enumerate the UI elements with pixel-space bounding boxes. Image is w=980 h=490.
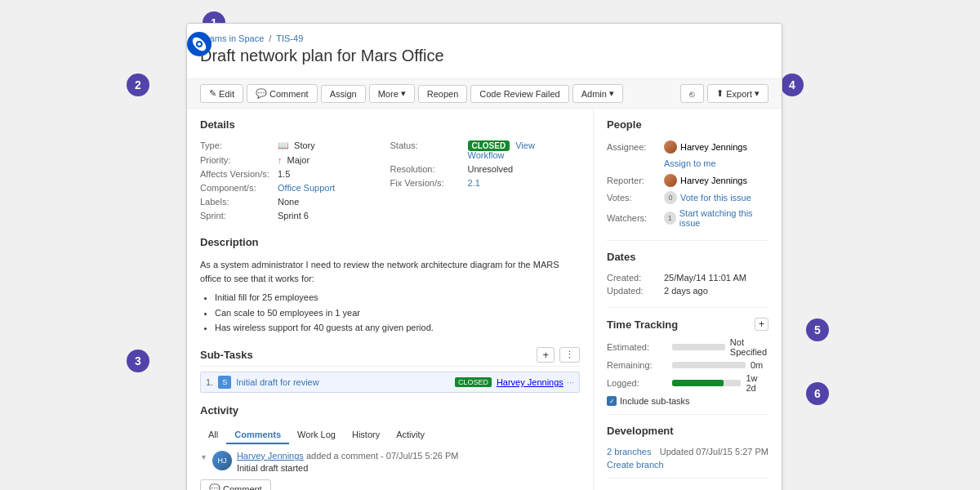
reopen-button[interactable]: Reopen — [418, 85, 468, 103]
resolution-value: Unresolved — [468, 164, 514, 174]
subtask-link[interactable]: Initial draft for review — [236, 377, 455, 387]
toolbar-right: ⎋ ⬆ Export ▾ — [680, 84, 768, 103]
comment-icon: 💬 — [256, 88, 267, 99]
main-content: Details Type: 📖 Story — [187, 109, 782, 490]
export-button[interactable]: ⬆ Export ▾ — [707, 84, 768, 103]
remaining-value: 0m — [751, 360, 763, 370]
badge-3: 3 — [127, 350, 149, 372]
details-left-col: Type: 📖 Story Priority: ↑ Majo — [200, 140, 390, 225]
components-link[interactable]: Office Support — [278, 183, 335, 193]
badge-2: 2 — [127, 74, 149, 96]
edit-button[interactable]: ✎ Edit — [200, 84, 243, 103]
assign-button[interactable]: Assign — [321, 85, 366, 103]
left-panel: Details Type: 📖 Story — [187, 109, 594, 490]
admin-button[interactable]: Admin ▾ — [572, 84, 623, 103]
priority-row: Priority: ↑ Major — [200, 155, 390, 165]
assignee-avatar — [664, 140, 677, 154]
comment-date: 07/Jul/15 5:26 PM — [386, 451, 459, 461]
comment-author-link[interactable]: Harvey Jennings — [237, 451, 304, 461]
story-icon: 📖 — [278, 140, 289, 150]
time-tracking-section: Time Tracking + Estimated: Not Specified… — [607, 318, 768, 415]
more-button[interactable]: More ▾ — [369, 84, 415, 103]
comment-entry: ▼ HJ Harvey Jennings added a comment - 0… — [200, 451, 580, 473]
logged-bar — [672, 380, 741, 386]
add-comment-button[interactable]: 💬 Comment — [200, 479, 271, 490]
subtask-assignee-link[interactable]: Harvey Jennings — [497, 377, 564, 387]
comment-button[interactable]: 💬 Comment — [247, 84, 318, 103]
vote-link[interactable]: Vote for this issue — [680, 193, 751, 203]
logged-value: 1w 2d — [746, 373, 768, 393]
logged-row: Logged: 1w 2d — [607, 373, 768, 393]
updated-label: Updated: — [607, 286, 664, 296]
labels-label: Labels: — [200, 197, 278, 207]
subtask-more-icon[interactable]: ··· — [567, 377, 574, 387]
badge-6: 6 — [806, 382, 829, 405]
add-time-button[interactable]: + — [755, 318, 768, 331]
branches-link[interactable]: 2 branches — [607, 447, 651, 457]
affects-row: Affects Version/s: 1.5 — [200, 169, 390, 179]
affects-label: Affects Version/s: — [200, 169, 278, 179]
watchers-count-badge: 1 — [664, 212, 676, 225]
votes-label: Votes: — [607, 193, 664, 203]
tab-comments[interactable]: Comments — [226, 426, 289, 444]
sprint-value: Sprint 6 — [278, 211, 309, 220]
comment-text: Initial draft started — [237, 463, 580, 473]
edit-icon: ✎ — [209, 88, 216, 99]
list-item: Has wireless support for 40 guests at an… — [215, 320, 580, 336]
type-label: Type: — [200, 140, 278, 150]
share-button[interactable]: ⎋ — [680, 84, 704, 103]
people-section: People Assignee: Harvey Jennings Assign … — [607, 118, 768, 241]
sprint-row: Sprint: Sprint 6 — [200, 211, 390, 220]
reporter-avatar — [664, 174, 677, 187]
reporter-row: Reporter: Harvey Jennings — [607, 174, 768, 187]
add-subtask-button[interactable]: + — [537, 347, 555, 363]
assign-to-me-link[interactable]: Assign to me — [664, 158, 716, 168]
collapse-icon[interactable]: ▼ — [200, 453, 207, 473]
create-branch-link[interactable]: Create branch — [607, 460, 768, 470]
assignee-label: Assignee: — [607, 142, 664, 152]
comment-action: added a comment - — [306, 451, 386, 461]
resolution-row: Resolution: Unresolved — [390, 164, 581, 174]
watchers-row: Watchers: 1 Start watching this issue — [607, 208, 768, 228]
activity-section-title: Activity — [200, 404, 580, 420]
priority-value: ↑ Major — [278, 155, 310, 165]
activity-section: Activity All Comments Work Log History A… — [200, 404, 580, 490]
watch-link[interactable]: Start watching this issue — [679, 208, 768, 228]
subtasks-header: Sub-Tasks + ⋮ — [200, 347, 580, 367]
tab-worklog[interactable]: Work Log — [289, 426, 344, 444]
dates-title: Dates — [607, 251, 768, 266]
details-right-col: Status: CLOSED View Workflow Resolution:… — [390, 140, 581, 225]
subtasks-title: Sub-Tasks — [200, 349, 253, 361]
tab-activity[interactable]: Activity — [388, 426, 433, 444]
components-row: Component/s: Office Support — [200, 183, 390, 193]
breadcrumb: Teams in Space / TIS-49 — [200, 33, 768, 43]
list-item: Initial fill for 25 employees — [215, 290, 580, 305]
dev-updated: Updated 07/Jul/15 5:27 PM — [660, 447, 768, 457]
votes-count-badge: 0 — [664, 191, 677, 204]
description-section: Description As a system administrator I … — [200, 236, 580, 336]
tab-history[interactable]: History — [344, 426, 388, 444]
activity-tabs: All Comments Work Log History Activity — [200, 426, 580, 444]
subtask-status-badge: CLOSED — [455, 377, 492, 387]
tab-all[interactable]: All — [200, 426, 226, 444]
remaining-row: Remaining: 0m — [607, 360, 768, 370]
issue-id-link[interactable]: TIS-49 — [276, 33, 303, 43]
estimated-label: Estimated: — [607, 342, 672, 352]
resolution-label: Resolution: — [390, 164, 468, 174]
code-review-failed-button[interactable]: Code Review Failed — [470, 85, 568, 103]
status-value: CLOSED View Workflow — [468, 140, 572, 160]
created-value: 25/May/14 11:01 AM — [664, 273, 746, 283]
description-text: As a system administrator I need to revi… — [200, 258, 580, 285]
sprint-label: Sprint: — [200, 211, 278, 220]
include-sub-checkbox[interactable]: ✓ — [607, 396, 617, 406]
badge-4: 4 — [781, 74, 804, 96]
subtask-options-button[interactable]: ⋮ — [559, 347, 580, 363]
subtask-num: 1. — [206, 377, 213, 387]
dates-section: Dates Created: 25/May/14 11:01 AM Update… — [607, 251, 768, 308]
fix-label: Fix Version/s: — [390, 178, 468, 188]
fix-value: 2.1 — [468, 178, 480, 188]
type-row: Type: 📖 Story — [200, 140, 390, 151]
list-item: Can scale to 50 employees in 1 year — [215, 305, 580, 321]
status-label: Status: — [390, 140, 468, 150]
logged-bar-fill — [672, 380, 724, 386]
